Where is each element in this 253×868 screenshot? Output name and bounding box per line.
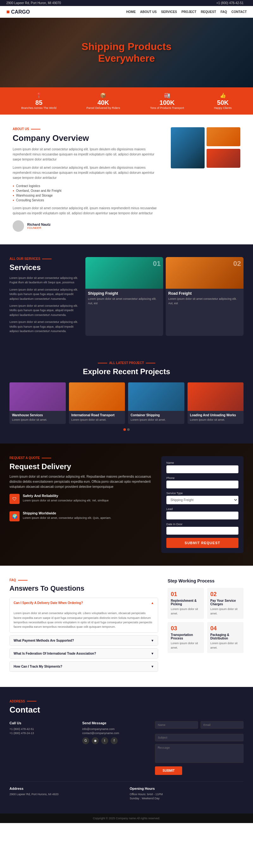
social-google[interactable]: G [82,737,89,744]
social-instagram[interactable]: ◉ [92,737,99,744]
contact-form-col: SUBMIT [155,721,244,775]
form-input-phone[interactable] [166,480,239,489]
faq-item-1: Can I Specify A Delivery Date When Order… [9,598,158,633]
projects-title: Explore Recent Projects [9,367,244,376]
founder: Richard Nautz Founder [13,220,161,232]
form-label-lead: Lead [166,507,239,510]
faq-question-3[interactable]: What Is Federation Of International Trad… [10,649,158,658]
faq-section: Faq Answers To Questions Can I Specify A… [0,566,253,687]
service-num-2: 02 [233,259,241,268]
step-title-1: Replenishment & Picking [171,599,201,606]
social-facebook[interactable]: f [111,737,118,744]
faq-toggle-icon-1: ▲ [151,601,154,604]
founder-name: Richard Nautz [27,222,50,226]
project-img-warehouse [9,382,66,411]
form-select-service[interactable]: Shipping Freight Road Freight [166,496,239,504]
contact-input-name[interactable] [155,721,198,729]
founder-info: Richard Nautz Founder [27,222,50,229]
hero-heading: Shipping Products Everywhere [82,41,171,64]
contact-message-col: Send Message info@companyname.com contac… [82,721,149,775]
faq-right: Step Working Process 01 Replenishment & … [168,578,244,674]
about-list-item: Warehousing and Storage [13,193,161,198]
form-input-name[interactable] [166,465,239,473]
form-label-phone: Phone [166,476,239,479]
faq-question-text-1: Can I Specify A Delivery Date When Order… [13,601,83,604]
project-body-warehouse: Warehouse Services Lorem ipsum dolor sit… [9,411,66,424]
social-twitter[interactable]: t [101,737,108,744]
project-img-container [128,382,184,411]
project-dots [9,428,244,431]
contact-hours1: Office Hours: 9AM - 11PM [130,792,244,797]
about-list: Contract logistics Overland, Ocean and A… [13,184,161,203]
dot-2[interactable] [127,428,130,431]
nav-about[interactable]: ABOUT US [140,10,156,13]
faq-left: Faq Answers To Questions Can I Specify A… [9,578,158,674]
project-img-road [69,382,125,411]
project-warehouse: Warehouse Services Lorem ipsum dolor sit… [9,382,66,424]
services-desc2: Lorem ipsum dolor sit amet consectetur a… [9,287,79,301]
form-group-date: Date In Door [166,523,239,535]
projects-tag: All Latest Project [9,361,244,365]
about-img-truck [207,149,240,168]
faq-question-4[interactable]: How Can I Track My Shipments? ▼ [10,661,158,672]
about-list-item: Consulting Services [13,198,161,203]
contact-inner: Call Us +1 (800) 478-42-51 +1 (800) 478-… [9,721,244,775]
logo-icon: ■ [6,8,10,15]
step-desc-2: Lorem ipsum dolor sit amet. [210,607,240,616]
hero-content: Shipping Products Everywhere [82,41,171,64]
contact-phone2[interactable]: +1 (800) 478-24-13 [9,732,76,735]
nav-home[interactable]: HOME [126,10,136,13]
form-label-service: Service Type [166,492,239,495]
form-input-lead[interactable] [166,512,239,520]
faq-toggle-icon-2: ▼ [151,639,154,642]
faq-question-1[interactable]: Can I Specify A Delivery Date When Order… [10,598,158,608]
contact-submit-button[interactable]: SUBMIT [155,766,182,775]
contact-tag: Address [9,700,244,703]
contact-email2[interactable]: contact@companyname.com [82,732,149,735]
feature-safety: 🛡 Safety And Reliability Lorem ipsum dol… [9,494,152,507]
step-num-4: 04 [210,625,240,632]
services-desc3: Lorem ipsum dolor sit amet consectetur a… [9,304,79,317]
contact-textarea-message[interactable] [155,744,244,763]
stat-num-parcels: 40K [86,99,120,106]
project-title-loading: Loading And Unloading Works [190,413,241,417]
faq-question-2[interactable]: What Payment Methods Are Supported? ▼ [10,636,158,646]
project-body-container: Container Shipping Lorem ipsum dolor sit… [128,411,184,424]
social-icons: G ◉ t f [82,737,149,744]
contact-input-subject[interactable] [155,734,244,741]
project-loading: Loading And Unloading Works Lorem ipsum … [187,382,244,424]
nav-project[interactable]: PROJECT [182,10,196,13]
services-left: All Our Services Services Lorem ipsum do… [9,257,79,336]
project-road: International Road Transport Lorem ipsum… [69,382,125,424]
contact-email1[interactable]: info@companyname.com [82,727,149,731]
footer-copyright: Copyright © 2025 Company name All rights… [93,817,160,820]
service-title-1: Shipping Freight [88,291,161,296]
service-img-road [166,257,244,289]
form-label-date: Date In Door [166,523,239,526]
nav-faq[interactable]: FAQ [220,10,227,13]
form-input-date[interactable] [166,527,239,535]
step-num-3: 03 [171,625,201,632]
navbar: ■ CARGO HOME ABOUT US SERVICES PROJECT R… [0,6,253,18]
contact-input-email[interactable] [201,721,244,729]
dot-1[interactable] [123,428,126,431]
project-title-container: Container Shipping [131,413,182,417]
faq-question-text-4: How Can I Track My Shipments? [13,665,62,668]
form-group-lead: Lead [166,507,239,520]
footer: Copyright © 2025 Company name All rights… [0,813,253,823]
about-title: Company Overview [13,133,161,143]
nav-contact[interactable]: CONTACT [231,10,247,13]
projects-grid: Warehouse Services Lorem ipsum dolor sit… [9,382,244,424]
about-para3: Lorem ipsum dolor sit amet consectetur a… [13,206,161,216]
projects-section: All Latest Project Explore Recent Projec… [0,348,253,443]
request-submit-button[interactable]: SUBMIT REQUEST [166,538,239,548]
feature-worldwide-title: Shipping Worldwide [23,511,111,515]
about-list-item: Overland, Ocean and Air Freight [13,188,161,193]
stat-icon-tons: 🏭 [150,92,184,98]
contact-phone1[interactable]: +1 (800) 478-42-51 [9,727,76,731]
project-body-road: International Road Transport Lorem ipsum… [69,411,125,424]
founder-avatar [13,220,24,232]
service-card-road: 02 Road Freight Lorem ipsum dolor sit am… [166,257,244,336]
nav-services[interactable]: SERVICES [161,10,177,13]
nav-request[interactable]: REQUEST [201,10,216,13]
